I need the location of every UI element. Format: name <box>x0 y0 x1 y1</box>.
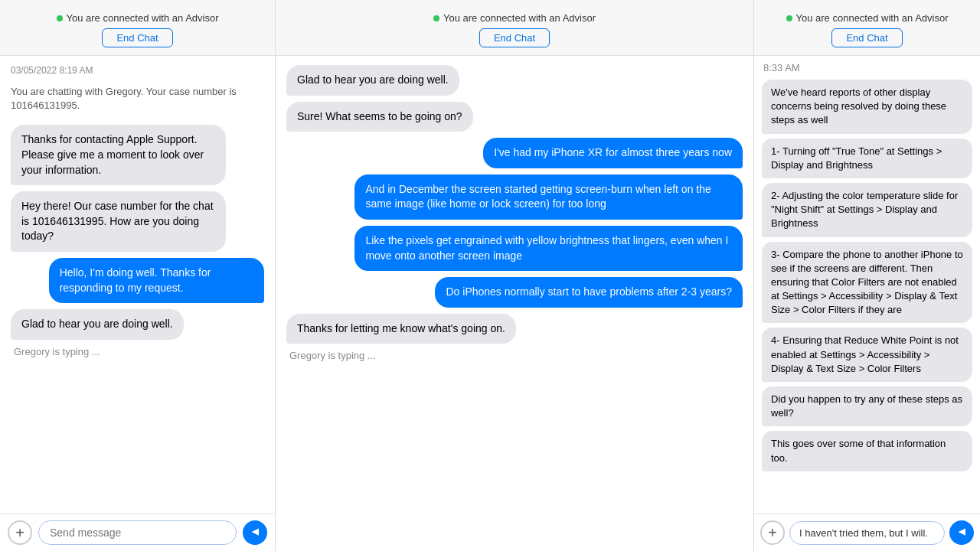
left-connected-status: You are connected with an Advisor <box>57 12 219 24</box>
right-send-input[interactable] <box>789 521 945 545</box>
left-send-button[interactable]: ▲ <box>243 520 267 545</box>
center-typing-indicator: Gregory is typing ... <box>286 350 743 361</box>
right-panel: You are connected with an Advisor End Ch… <box>754 0 980 551</box>
center-green-dot <box>433 15 439 21</box>
right-bubble-1: We've heard reports of other display con… <box>762 80 972 134</box>
right-connected-text: You are connected with an Advisor <box>796 12 949 24</box>
right-bubble-7: This goes over some of that information … <box>762 431 972 471</box>
center-bubble-2: Sure! What seems to be going on? <box>286 102 473 132</box>
right-bubble-6: Did you happen to try any of these steps… <box>762 386 972 426</box>
left-green-dot <box>57 15 63 21</box>
left-send-input[interactable] <box>38 520 237 545</box>
center-bubble-1: Glad to hear you are doing well. <box>286 65 459 96</box>
center-messages-area: Glad to hear you are doing well. Sure! W… <box>276 56 753 551</box>
left-system-message: You are chatting with Gregory. Your case… <box>11 85 264 112</box>
left-messages-area: 03/05/2022 8:19 AM You are chatting with… <box>0 56 275 514</box>
left-timestamp: 03/05/2022 8:19 AM <box>11 65 264 76</box>
right-input-area: + ▲ <box>754 514 980 551</box>
right-send-button[interactable]: ▲ <box>949 520 974 545</box>
left-add-button[interactable]: + <box>8 520 32 545</box>
right-bubble-3: 2- Adjusting the color temperature slide… <box>762 183 972 237</box>
left-bubble-2: Hey there! Our case number for the chat … <box>11 191 226 252</box>
center-bubble-3: I've had my iPhone XR for almost three y… <box>483 138 743 168</box>
center-bubble-4: And in December the screen started getti… <box>354 174 743 220</box>
right-end-chat-button[interactable]: End Chat <box>831 28 902 47</box>
left-typing-indicator: Gregory is typing ... <box>11 346 264 357</box>
center-connected-text: You are connected with an Advisor <box>443 12 596 24</box>
left-input-area: + ▲ <box>0 514 275 551</box>
left-header: You are connected with an Advisor End Ch… <box>0 0 275 56</box>
right-add-button[interactable]: + <box>760 520 785 545</box>
right-connected-status: You are connected with an Advisor <box>786 12 949 24</box>
right-bubble-5: 4- Ensuring that Reduce White Point is n… <box>762 328 972 382</box>
center-header: You are connected with an Advisor End Ch… <box>276 0 753 56</box>
right-header: You are connected with an Advisor End Ch… <box>754 0 980 56</box>
left-add-icon: + <box>15 524 24 542</box>
left-bubble-3: Hello, I'm doing well. Thanks for respon… <box>49 258 264 303</box>
left-bubble-4: Glad to hear you are doing well. <box>11 309 184 340</box>
left-send-arrow-icon: ▲ <box>248 526 262 538</box>
right-time: 8:33 AM <box>754 56 980 77</box>
center-end-chat-button[interactable]: End Chat <box>479 28 550 47</box>
center-bubble-6: Do iPhones normally start to have proble… <box>435 277 743 308</box>
center-connected-status: You are connected with an Advisor <box>433 12 596 24</box>
left-panel: You are connected with an Advisor End Ch… <box>0 0 276 551</box>
right-add-icon: + <box>768 524 777 542</box>
right-send-arrow-icon: ▲ <box>955 526 969 538</box>
right-messages-area: We've heard reports of other display con… <box>754 77 980 514</box>
center-bubble-5: Like the pixels get engrained with yello… <box>354 226 743 271</box>
right-bubble-4: 3- Compare the phone to another iPhone t… <box>762 242 972 324</box>
right-bubble-2: 1- Turning off "True Tone" at Settings >… <box>762 139 972 178</box>
left-connected-text: You are connected with an Advisor <box>67 12 219 24</box>
right-green-dot <box>786 15 792 21</box>
left-bubble-1: Thanks for contacting Apple Support. Ple… <box>11 125 226 185</box>
center-bubble-7: Thanks for letting me know what's going … <box>286 314 516 344</box>
left-end-chat-button[interactable]: End Chat <box>102 28 172 47</box>
center-panel: You are connected with an Advisor End Ch… <box>276 0 754 551</box>
